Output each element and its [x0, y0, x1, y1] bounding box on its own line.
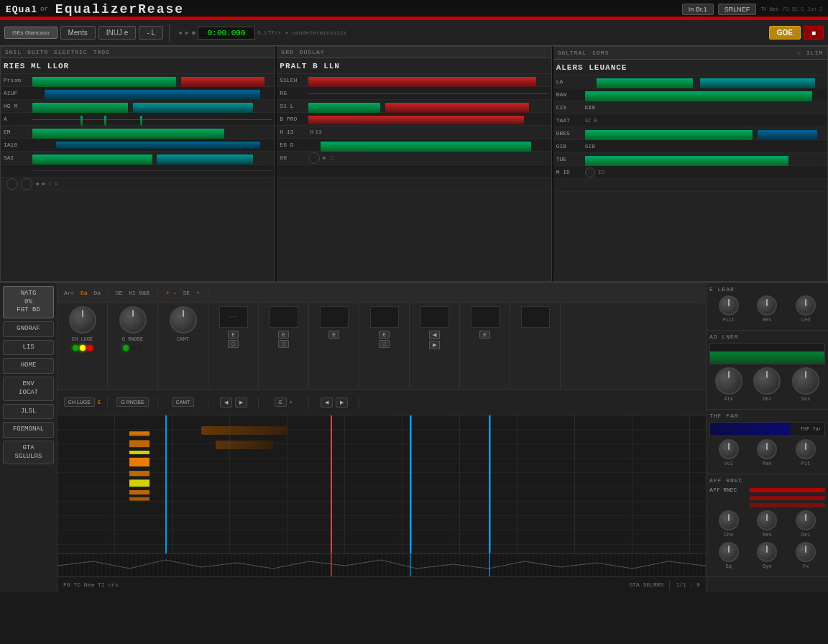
- sequencer[interactable]: [58, 415, 706, 553]
- ch7-btn-b[interactable]: □: [379, 340, 390, 348]
- ch8-btn-a[interactable]: ◀: [429, 331, 440, 339]
- p3-lane-1[interactable]: LA: [553, 75, 827, 88]
- rp-knob-2-3[interactable]: [792, 367, 819, 395]
- rp-knob-1-2[interactable]: [757, 295, 777, 316]
- toolbar-separator: [169, 24, 170, 42]
- track-lane-8[interactable]: [1, 165, 275, 178]
- p3-lane-2[interactable]: BAN: [553, 88, 827, 101]
- sidebar-item-gta[interactable]: GTASGLULRS: [3, 441, 54, 464]
- sidebar-item-jlsl[interactable]: JLSL: [3, 404, 54, 420]
- ch8-btn-b[interactable]: ▶: [429, 341, 440, 349]
- rp-knob-5-2[interactable]: [757, 542, 777, 562]
- channel-1-knob[interactable]: [69, 306, 96, 334]
- rp-knob-1-1[interactable]: [719, 295, 739, 316]
- rp-knob-5-3[interactable]: [796, 542, 816, 562]
- panel-1-scroll[interactable]: Prism AIUF HG M A: [1, 74, 275, 281]
- fader-ch6-btn1[interactable]: ◀: [321, 397, 333, 408]
- sidebar-item-home[interactable]: HOME: [3, 358, 54, 374]
- p2-lane-8[interactable]: [277, 165, 551, 178]
- fader-ch5-btn1[interactable]: E: [275, 397, 287, 407]
- p2-lane-2[interactable]: RG: [277, 87, 551, 100]
- toolbar-btn-4[interactable]: - L: [139, 26, 163, 40]
- sidebar-item-env[interactable]: ENVIOCAT: [3, 377, 54, 400]
- track-lane-3[interactable]: HG M: [1, 100, 275, 113]
- p3-lane-6[interactable]: GIB GIB: [553, 140, 827, 153]
- toolbar-btn-1[interactable]: GEs Glancaso: [4, 27, 58, 40]
- mini-waveform-svg: [58, 554, 706, 576]
- ch5-btn-b[interactable]: □: [278, 340, 289, 348]
- p3-lane-9[interactable]: [553, 179, 827, 192]
- toolbar-stop-btn[interactable]: ■: [804, 26, 824, 40]
- ch7-btn-a[interactable]: E: [379, 331, 390, 339]
- btn-in[interactable]: In Br.1: [682, 4, 714, 15]
- svg-rect-7: [129, 497, 150, 501]
- panel-1-knob-2[interactable]: [21, 178, 32, 190]
- btn-server[interactable]: SRLNEF: [718, 4, 757, 15]
- p3-lane-7[interactable]: TUE: [553, 153, 827, 166]
- panel-3-scroll[interactable]: LA BAN CIS CIS TAAT: [553, 75, 827, 281]
- p3-knob[interactable]: [585, 167, 595, 178]
- rp-knob-row-4: Cho Rev Del: [709, 510, 825, 538]
- sidebar-item-gnoraf[interactable]: GNORAF: [3, 321, 54, 337]
- p3-lane-8[interactable]: M ID ID: [553, 166, 827, 179]
- p2-lane-6[interactable]: EG D: [277, 139, 551, 152]
- rp-slider-1[interactable]: THF far: [709, 422, 825, 436]
- rp-knob-4-2[interactable]: [757, 510, 777, 530]
- rp-knob-1-3[interactable]: [796, 295, 816, 316]
- fader-ch2-btn1[interactable]: G RNOBE: [116, 397, 148, 407]
- panel-1-knob-1[interactable]: [6, 178, 18, 190]
- p2-lane-1[interactable]: S1LCH: [277, 74, 551, 87]
- panel-2-scroll[interactable]: S1LCH RG S1 L B PRO: [277, 74, 551, 281]
- fader-ch1-btn1[interactable]: CH LUGE: [64, 397, 95, 407]
- panel-3-header-label-3: ILIM: [806, 50, 823, 56]
- rp-knob-5-1[interactable]: [719, 542, 739, 562]
- rp-knob-3-1[interactable]: [719, 439, 739, 459]
- p2-lane-9[interactable]: [277, 178, 551, 190]
- sidebar-item-natg[interactable]: NATG0%FGT BD: [3, 286, 54, 318]
- panel-1-header-label-4: TROS: [93, 49, 110, 55]
- channel-3-knob[interactable]: [170, 306, 197, 334]
- p3-lane-4[interactable]: TAAT SI B: [553, 114, 827, 127]
- rp-knob-2-2[interactable]: [753, 367, 781, 395]
- track-lane-9[interactable]: ◀ ▶ I W: [1, 178, 275, 190]
- track-lane-6[interactable]: IA10: [1, 139, 275, 152]
- p2-lane-7[interactable]: G0 ▶ □: [277, 152, 551, 165]
- fader-ch4-btn2[interactable]: ▶: [235, 397, 247, 408]
- toolbar-btn-2[interactable]: Ments: [60, 26, 96, 40]
- p2-knob[interactable]: [308, 152, 320, 164]
- ch4-btn-a[interactable]: E: [228, 331, 239, 339]
- p2-lane-4[interactable]: B PRO: [277, 113, 551, 126]
- track-lane-4[interactable]: A: [1, 113, 275, 126]
- mini-waveform[interactable]: [58, 553, 706, 576]
- p3-lane-5[interactable]: ORES: [553, 127, 827, 140]
- rp-knob-4-3[interactable]: [796, 510, 816, 530]
- rp-knob-3-3[interactable]: [796, 439, 816, 459]
- panel-2-header-label-1: GRD: [281, 49, 293, 55]
- ch5-btn-a[interactable]: E: [278, 331, 289, 339]
- track-lane-5[interactable]: EM: [1, 126, 275, 139]
- toolbar-go-btn[interactable]: GOE: [769, 26, 801, 40]
- ch6-btn-a[interactable]: E: [328, 331, 339, 339]
- mix-header-cell-1[interactable]: Arr Da Da: [58, 288, 108, 298]
- sidebar-item-lis[interactable]: LIS: [3, 340, 54, 356]
- mix-header-cell-2[interactable]: SE HI B&B: [108, 288, 158, 298]
- fader-ch6-btn2[interactable]: ▶: [336, 397, 348, 408]
- fader-ch4-btn1[interactable]: ◀: [220, 397, 232, 408]
- ch9-btn-a[interactable]: E: [479, 331, 490, 339]
- p2-lane-3[interactable]: S1 L: [277, 100, 551, 113]
- track-lane-1[interactable]: Prism: [1, 74, 275, 87]
- rp-knob-4-1[interactable]: [719, 510, 739, 530]
- channel-2-knob[interactable]: [119, 306, 147, 334]
- fader-ch-1: CH LUGE E: [58, 397, 108, 407]
- mix-header-cell-3[interactable]: + - SE +: [158, 288, 208, 298]
- rp-knob-2-1[interactable]: [715, 367, 742, 395]
- track-lane-7[interactable]: SAI: [1, 152, 275, 165]
- fader-ch3-btn1[interactable]: CAMT: [172, 397, 195, 407]
- p2-lane-5[interactable]: H 13 H 13: [277, 126, 551, 139]
- rp-knob-3-2[interactable]: [757, 439, 777, 459]
- toolbar-btn-3[interactable]: INUJ e: [98, 26, 137, 40]
- sidebar-item-fgemonal[interactable]: FGEMONAL: [3, 422, 54, 438]
- track-lane-2[interactable]: AIUF: [1, 87, 275, 100]
- p3-lane-3[interactable]: CIS CIS: [553, 101, 827, 114]
- ch4-btn-b[interactable]: □: [228, 340, 239, 348]
